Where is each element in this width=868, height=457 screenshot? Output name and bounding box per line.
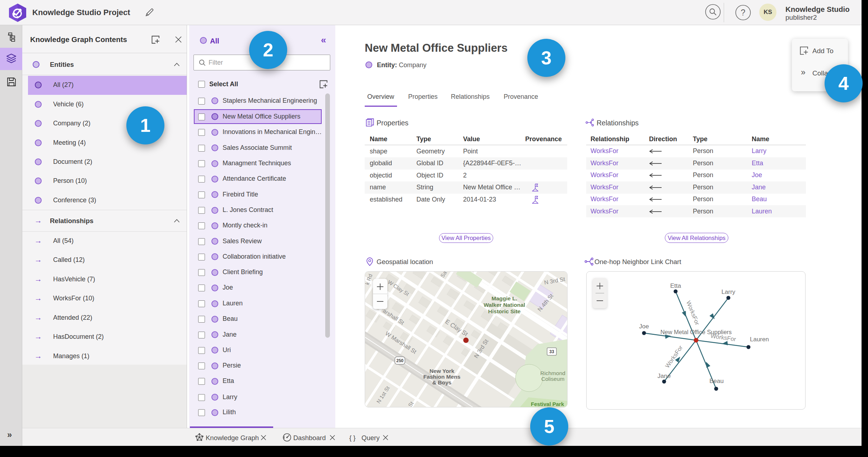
- svg-text:WorksFor: WorksFor: [685, 300, 701, 326]
- svg-text:Larry: Larry: [722, 288, 736, 295]
- svg-text:Richmond: Richmond: [540, 370, 565, 376]
- svg-text:Fashion Mens: Fashion Mens: [423, 374, 460, 380]
- svg-text:?: ?: [741, 8, 746, 17]
- svg-text:& Boys: & Boys: [432, 379, 451, 386]
- svg-text:Beau: Beau: [709, 378, 724, 384]
- svg-text:Festival Park: Festival Park: [531, 401, 564, 407]
- svg-text:33: 33: [549, 349, 554, 354]
- svg-text:Historic Site: Historic Site: [488, 308, 521, 314]
- svg-text:Coliseum: Coliseum: [541, 376, 565, 382]
- svg-text:Joe: Joe: [639, 323, 649, 330]
- svg-text:Walker National: Walker National: [484, 302, 525, 308]
- svg-text:Jane: Jane: [658, 373, 671, 379]
- svg-text:WorksFor: WorksFor: [710, 332, 737, 342]
- svg-text:New York: New York: [429, 368, 454, 374]
- svg-text:Etta: Etta: [670, 282, 681, 289]
- svg-text:Maggie L.: Maggie L.: [491, 295, 517, 301]
- svg-text:WorksFor: WorksFor: [664, 344, 684, 369]
- svg-text:250: 250: [396, 358, 403, 363]
- svg-text:Lauren: Lauren: [750, 336, 769, 343]
